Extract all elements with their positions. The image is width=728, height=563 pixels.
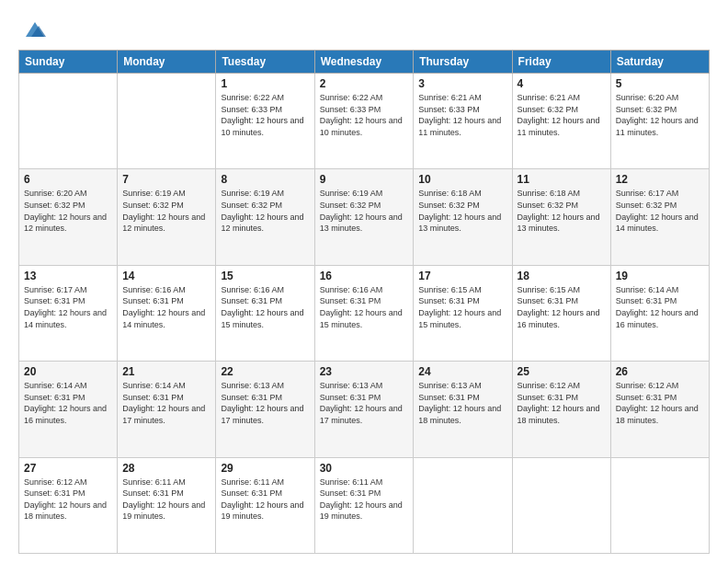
day-number: 23 <box>320 365 409 378</box>
calendar-cell: 22Sunrise: 6:13 AMSunset: 6:31 PMDayligh… <box>216 362 314 457</box>
day-number: 3 <box>418 77 506 90</box>
calendar-cell: 25Sunrise: 6:12 AMSunset: 6:31 PMDayligh… <box>512 362 610 457</box>
calendar-cell: 21Sunrise: 6:14 AMSunset: 6:31 PMDayligh… <box>118 362 216 457</box>
day-info: Sunrise: 6:12 AMSunset: 6:31 PMDaylight:… <box>24 477 112 523</box>
calendar-header-monday: Monday <box>118 51 216 74</box>
calendar-week-4: 20Sunrise: 6:14 AMSunset: 6:31 PMDayligh… <box>19 362 710 457</box>
day-number: 8 <box>221 173 309 186</box>
calendar-cell: 2Sunrise: 6:22 AMSunset: 6:33 PMDaylight… <box>314 74 414 169</box>
day-info: Sunrise: 6:11 AMSunset: 6:31 PMDaylight:… <box>320 477 409 523</box>
day-number: 19 <box>616 270 704 282</box>
day-number: 1 <box>221 77 309 90</box>
calendar-cell: 14Sunrise: 6:16 AMSunset: 6:31 PMDayligh… <box>118 265 216 361</box>
calendar-cell: 23Sunrise: 6:13 AMSunset: 6:31 PMDayligh… <box>314 362 414 457</box>
day-info: Sunrise: 6:16 AMSunset: 6:31 PMDaylight:… <box>320 284 409 330</box>
day-number: 15 <box>221 270 309 282</box>
header <box>18 17 710 42</box>
day-info: Sunrise: 6:12 AMSunset: 6:31 PMDaylight:… <box>616 380 704 426</box>
day-info: Sunrise: 6:18 AMSunset: 6:32 PMDaylight:… <box>518 188 606 234</box>
day-number: 20 <box>24 365 112 378</box>
calendar-cell <box>512 457 610 553</box>
calendar-cell <box>610 457 709 553</box>
day-info: Sunrise: 6:14 AMSunset: 6:31 PMDaylight:… <box>616 284 704 330</box>
calendar-cell: 19Sunrise: 6:14 AMSunset: 6:31 PMDayligh… <box>610 265 709 361</box>
calendar-cell: 6Sunrise: 6:20 AMSunset: 6:32 PMDaylight… <box>19 169 118 265</box>
day-info: Sunrise: 6:14 AMSunset: 6:31 PMDaylight:… <box>122 380 210 426</box>
day-info: Sunrise: 6:12 AMSunset: 6:31 PMDaylight:… <box>518 380 606 426</box>
calendar-cell: 24Sunrise: 6:13 AMSunset: 6:31 PMDayligh… <box>414 362 512 457</box>
calendar-cell: 27Sunrise: 6:12 AMSunset: 6:31 PMDayligh… <box>19 457 118 553</box>
calendar-cell: 18Sunrise: 6:15 AMSunset: 6:31 PMDayligh… <box>512 265 610 361</box>
day-info: Sunrise: 6:16 AMSunset: 6:31 PMDaylight:… <box>122 284 210 330</box>
day-info: Sunrise: 6:16 AMSunset: 6:31 PMDaylight:… <box>221 284 309 330</box>
calendar-header-row: SundayMondayTuesdayWednesdayThursdayFrid… <box>19 51 710 74</box>
day-info: Sunrise: 6:21 AMSunset: 6:32 PMDaylight:… <box>518 92 606 138</box>
day-info: Sunrise: 6:15 AMSunset: 6:31 PMDaylight:… <box>518 284 606 330</box>
day-number: 13 <box>24 270 112 282</box>
calendar-cell: 11Sunrise: 6:18 AMSunset: 6:32 PMDayligh… <box>512 169 610 265</box>
day-number: 6 <box>24 173 112 186</box>
day-info: Sunrise: 6:13 AMSunset: 6:31 PMDaylight:… <box>221 380 309 426</box>
day-info: Sunrise: 6:17 AMSunset: 6:31 PMDaylight:… <box>24 284 112 330</box>
day-info: Sunrise: 6:13 AMSunset: 6:31 PMDaylight:… <box>418 380 506 426</box>
calendar-header-thursday: Thursday <box>414 51 512 74</box>
day-number: 12 <box>616 173 704 186</box>
day-info: Sunrise: 6:19 AMSunset: 6:32 PMDaylight:… <box>221 188 309 234</box>
day-info: Sunrise: 6:20 AMSunset: 6:32 PMDaylight:… <box>24 188 112 234</box>
day-info: Sunrise: 6:15 AMSunset: 6:31 PMDaylight:… <box>418 284 506 330</box>
day-info: Sunrise: 6:19 AMSunset: 6:32 PMDaylight:… <box>320 188 409 234</box>
calendar-header-tuesday: Tuesday <box>216 51 314 74</box>
calendar-week-5: 27Sunrise: 6:12 AMSunset: 6:31 PMDayligh… <box>19 457 710 553</box>
day-info: Sunrise: 6:19 AMSunset: 6:32 PMDaylight:… <box>122 188 210 234</box>
calendar-header-sunday: Sunday <box>19 51 118 74</box>
day-number: 2 <box>320 77 409 90</box>
day-info: Sunrise: 6:14 AMSunset: 6:31 PMDaylight:… <box>24 380 112 426</box>
day-info: Sunrise: 6:20 AMSunset: 6:32 PMDaylight:… <box>616 92 704 138</box>
day-info: Sunrise: 6:18 AMSunset: 6:32 PMDaylight:… <box>418 188 506 234</box>
calendar-cell <box>414 457 512 553</box>
calendar-cell: 20Sunrise: 6:14 AMSunset: 6:31 PMDayligh… <box>19 362 118 457</box>
day-info: Sunrise: 6:13 AMSunset: 6:31 PMDaylight:… <box>320 380 409 426</box>
calendar-cell: 30Sunrise: 6:11 AMSunset: 6:31 PMDayligh… <box>314 457 414 553</box>
calendar-cell: 7Sunrise: 6:19 AMSunset: 6:32 PMDaylight… <box>118 169 216 265</box>
day-info: Sunrise: 6:11 AMSunset: 6:31 PMDaylight:… <box>122 477 210 523</box>
calendar-cell <box>118 74 216 169</box>
day-number: 10 <box>418 173 506 186</box>
calendar-cell: 1Sunrise: 6:22 AMSunset: 6:33 PMDaylight… <box>216 74 314 169</box>
day-number: 30 <box>320 462 409 475</box>
page: SundayMondayTuesdayWednesdayThursdayFrid… <box>0 0 728 563</box>
calendar-cell: 13Sunrise: 6:17 AMSunset: 6:31 PMDayligh… <box>19 265 118 361</box>
day-info: Sunrise: 6:17 AMSunset: 6:32 PMDaylight:… <box>616 188 704 234</box>
logo-icon <box>22 17 48 42</box>
day-number: 18 <box>518 270 606 282</box>
day-number: 26 <box>616 365 704 378</box>
day-number: 29 <box>221 462 309 475</box>
calendar-cell: 16Sunrise: 6:16 AMSunset: 6:31 PMDayligh… <box>314 265 414 361</box>
calendar-week-2: 6Sunrise: 6:20 AMSunset: 6:32 PMDaylight… <box>19 169 710 265</box>
calendar-week-3: 13Sunrise: 6:17 AMSunset: 6:31 PMDayligh… <box>19 265 710 361</box>
day-number: 17 <box>418 270 506 282</box>
day-number: 28 <box>122 462 210 475</box>
day-number: 21 <box>122 365 210 378</box>
day-number: 27 <box>24 462 112 475</box>
day-number: 25 <box>518 365 606 378</box>
day-info: Sunrise: 6:22 AMSunset: 6:33 PMDaylight:… <box>221 92 309 138</box>
calendar-cell: 12Sunrise: 6:17 AMSunset: 6:32 PMDayligh… <box>610 169 709 265</box>
day-info: Sunrise: 6:21 AMSunset: 6:33 PMDaylight:… <box>418 92 506 138</box>
calendar-header-saturday: Saturday <box>610 51 709 74</box>
calendar-table: SundayMondayTuesdayWednesdayThursdayFrid… <box>18 50 710 554</box>
day-number: 22 <box>221 365 309 378</box>
day-number: 11 <box>518 173 606 186</box>
day-number: 24 <box>418 365 506 378</box>
calendar-cell: 17Sunrise: 6:15 AMSunset: 6:31 PMDayligh… <box>414 265 512 361</box>
calendar-week-1: 1Sunrise: 6:22 AMSunset: 6:33 PMDaylight… <box>19 74 710 169</box>
calendar-cell: 10Sunrise: 6:18 AMSunset: 6:32 PMDayligh… <box>414 169 512 265</box>
calendar-cell: 28Sunrise: 6:11 AMSunset: 6:31 PMDayligh… <box>118 457 216 553</box>
calendar-cell: 4Sunrise: 6:21 AMSunset: 6:32 PMDaylight… <box>512 74 610 169</box>
day-info: Sunrise: 6:22 AMSunset: 6:33 PMDaylight:… <box>320 92 409 138</box>
day-number: 5 <box>616 77 704 90</box>
calendar-cell: 15Sunrise: 6:16 AMSunset: 6:31 PMDayligh… <box>216 265 314 361</box>
day-number: 14 <box>122 270 210 282</box>
calendar-cell: 8Sunrise: 6:19 AMSunset: 6:32 PMDaylight… <box>216 169 314 265</box>
calendar-cell: 26Sunrise: 6:12 AMSunset: 6:31 PMDayligh… <box>610 362 709 457</box>
